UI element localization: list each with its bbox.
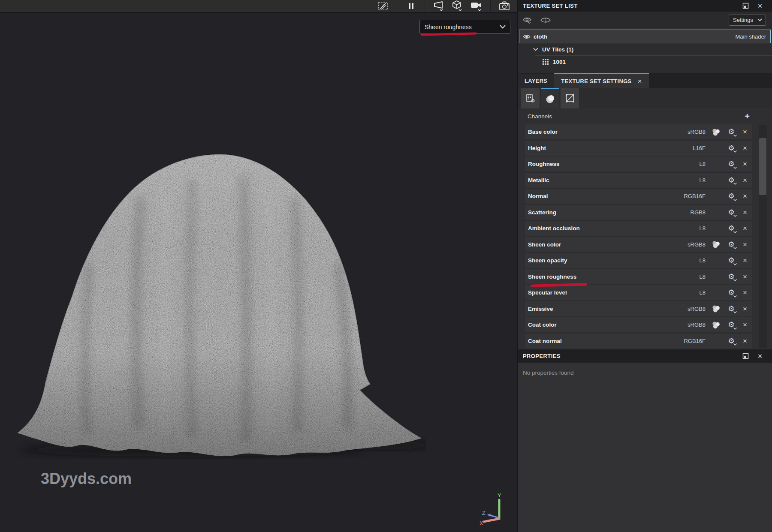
channel-settings-gear-icon[interactable]: ⚙ xyxy=(727,240,736,249)
channel-name: Ambient occlusion xyxy=(528,225,683,231)
channel-settings-gear-icon[interactable]: ⚙ xyxy=(727,143,736,153)
tab-layers[interactable]: LAYERS xyxy=(518,74,554,88)
texture-set-name: cloth xyxy=(534,33,735,40)
channel-settings-gear-icon[interactable]: ⚙ xyxy=(727,175,736,185)
uv-tile-id: 1001 xyxy=(553,59,566,65)
visibility-dropdown-eye-icon[interactable] xyxy=(522,15,533,25)
channel-delete-icon[interactable]: × xyxy=(742,273,748,280)
settings-subtabs: ⚙ xyxy=(518,88,772,108)
chevron-down-icon xyxy=(733,150,737,153)
channel-delete-icon[interactable]: × xyxy=(742,144,748,152)
channel-settings-gear-icon[interactable]: ⚙ xyxy=(727,207,736,217)
channel-settings-gear-icon[interactable]: ⚙ xyxy=(727,127,736,137)
screenshot-camera-icon[interactable] xyxy=(497,0,512,12)
tile-grid-icon xyxy=(543,59,549,65)
axis-gizmo[interactable]: Y Z X xyxy=(477,491,514,528)
channel-row-ambient-occlusion[interactable]: Ambient occlusion L8 ⚙ × xyxy=(525,220,752,236)
channel-delete-icon[interactable]: × xyxy=(742,241,748,248)
channel-delete-icon[interactable]: × xyxy=(742,289,748,296)
channels-scrollbar[interactable] xyxy=(759,125,767,348)
channel-row-sheen-color[interactable]: Sheen color sRGB8 ⚙ × xyxy=(525,237,752,252)
channel-settings-gear-icon[interactable]: ⚙ xyxy=(727,336,736,346)
channel-delete-icon[interactable]: × xyxy=(742,321,748,328)
channel-row-scattering[interactable]: Scattering RGB8 ⚙ × xyxy=(525,204,752,220)
channel-row-coat-normal[interactable]: Coat normal RGB16F ⚙ × xyxy=(525,333,752,349)
lazy-mouse-disabled-icon[interactable] xyxy=(376,0,390,12)
channel-delete-icon[interactable]: × xyxy=(742,337,748,345)
chevron-down-icon xyxy=(733,247,737,249)
close-panel-icon[interactable]: × xyxy=(755,352,765,361)
pause-engine-icon[interactable] xyxy=(404,0,418,12)
settings-dropdown[interactable]: Settings xyxy=(729,15,766,26)
tab-label: TEXTURE SET SETTINGS xyxy=(561,78,631,84)
channel-row-height[interactable]: Height L16F ⚙ × xyxy=(525,140,752,156)
tab-texture-set-settings[interactable]: TEXTURE SET SETTINGS × xyxy=(554,73,648,88)
dock-tab-bar: LAYERS TEXTURE SET SETTINGS × xyxy=(518,73,772,88)
channel-delete-icon[interactable]: × xyxy=(742,257,748,264)
channel-settings-gear-icon[interactable]: ⚙ xyxy=(727,192,736,201)
properties-body: No properties found xyxy=(518,363,772,532)
channel-settings-gear-icon[interactable]: ⚙ xyxy=(727,288,736,298)
add-channel-button[interactable]: + xyxy=(742,112,752,120)
channel-row-emissive[interactable]: Emissive sRGB8 ⚙ × xyxy=(525,301,752,316)
channel-settings-gear-icon[interactable]: ⚙ xyxy=(727,304,736,313)
channel-settings-gear-icon[interactable]: ⚙ xyxy=(727,159,736,169)
close-tab-icon[interactable]: × xyxy=(638,78,642,85)
mesh-view-icon[interactable] xyxy=(450,0,465,12)
properties-empty-message: No properties found xyxy=(523,370,574,376)
material-view-icon[interactable] xyxy=(431,0,446,12)
channel-row-coat-color[interactable]: Coat color sRGB8 ⚙ × xyxy=(525,317,752,332)
scrollbar-thumb[interactable] xyxy=(759,138,766,195)
channel-row-base-color[interactable]: Base color sRGB8 ⚙ × xyxy=(525,124,752,139)
chevron-down-icon xyxy=(733,279,737,281)
uv-tiles-group[interactable]: UV Tiles (1) xyxy=(518,43,772,55)
subtab-channels-icon[interactable] xyxy=(541,88,559,108)
viewport-channel-value: Sheen roughness xyxy=(425,24,472,30)
channel-delete-icon[interactable]: × xyxy=(742,177,748,184)
eye-visible-icon[interactable] xyxy=(523,34,531,39)
channel-row-specular-level[interactable]: Specular level L8 ⚙ × xyxy=(525,285,752,300)
channel-settings-gear-icon[interactable]: ⚙ xyxy=(727,320,736,330)
popout-panel-icon[interactable] xyxy=(740,1,751,11)
chevron-down-icon xyxy=(757,18,762,21)
channel-settings-gear-icon[interactable]: ⚙ xyxy=(727,272,736,281)
channel-delete-icon[interactable]: × xyxy=(742,305,748,313)
subtab-general-settings-icon[interactable]: ⚙ xyxy=(521,88,540,108)
texture-set-row-cloth[interactable]: cloth Main shader xyxy=(519,30,771,43)
chevron-down-icon xyxy=(733,295,737,298)
channel-delete-icon[interactable]: × xyxy=(742,128,748,135)
color-swatches-icon xyxy=(711,127,721,137)
subtab-mesh-maps-icon[interactable] xyxy=(561,88,579,108)
channel-format-label: RGB16F xyxy=(683,193,706,199)
channel-name: Sheen roughness xyxy=(528,274,683,280)
color-swatches-icon xyxy=(711,320,721,330)
uv-tile-row-1001[interactable]: 1001 xyxy=(518,56,772,68)
channel-row-sheen-opacity[interactable]: Sheen opacity L8 ⚙ × xyxy=(525,252,752,268)
toolbar-divider xyxy=(425,1,425,11)
channel-row-normal[interactable]: Normal RGB16F ⚙ × xyxy=(525,188,752,204)
camera-view-icon[interactable] xyxy=(469,0,484,12)
channel-delete-icon[interactable]: × xyxy=(742,160,748,168)
substance-painter-window: Sheen roughness 3Dyyds.com Y Z X TEXTURE… xyxy=(0,0,772,532)
gizmo-y-label: Y xyxy=(498,492,501,499)
channel-delete-icon[interactable]: × xyxy=(742,209,748,216)
popout-panel-icon[interactable] xyxy=(740,352,751,361)
properties-header: PROPERTIES × xyxy=(518,349,772,363)
close-panel-icon[interactable]: × xyxy=(755,1,765,11)
channel-row-roughness[interactable]: Roughness L8 ⚙ × xyxy=(525,156,752,171)
channel-format-label: L8 xyxy=(683,225,706,231)
viewport-channel-select[interactable]: Sheen roughness xyxy=(419,20,510,34)
viewport-3d[interactable]: Sheen roughness 3Dyyds.com Y Z X xyxy=(0,0,517,532)
texture-set-list-title: TEXTURE SET LIST xyxy=(523,3,740,9)
cloth-mesh-render[interactable] xyxy=(12,150,426,459)
channel-delete-icon[interactable]: × xyxy=(742,225,748,232)
channel-delete-icon[interactable]: × xyxy=(742,192,748,200)
channel-format-label: L8 xyxy=(683,177,706,183)
channel-name: Emissive xyxy=(528,306,683,312)
channel-settings-gear-icon[interactable]: ⚙ xyxy=(727,224,736,233)
channel-settings-gear-icon[interactable]: ⚙ xyxy=(727,256,736,265)
single-texture-set-eye-icon[interactable]: 1 xyxy=(540,15,551,25)
channel-row-metallic[interactable]: Metallic L8 ⚙ × xyxy=(525,172,752,188)
chevron-down-icon xyxy=(733,135,737,137)
channel-row-sheen-roughness[interactable]: Sheen roughness L8 ⚙ × xyxy=(525,269,752,284)
